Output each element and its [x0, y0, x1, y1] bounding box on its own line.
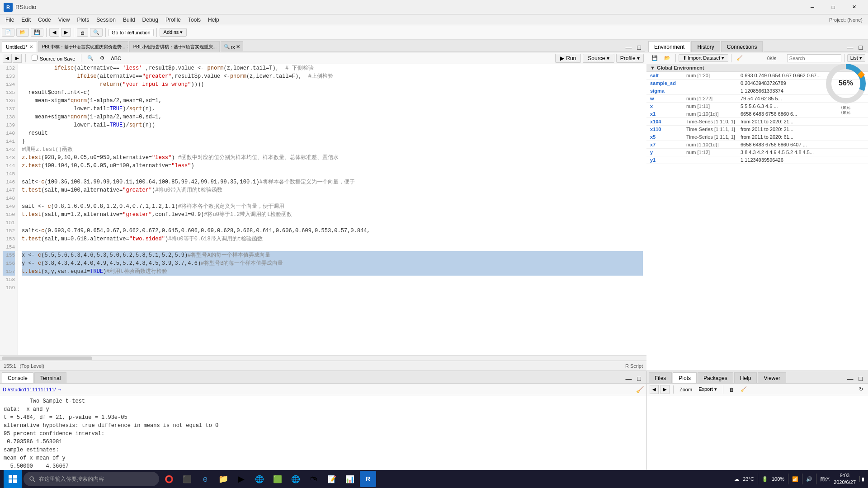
tab-close-icon[interactable]: ✕	[236, 44, 240, 50]
menu-build[interactable]: Build	[119, 16, 139, 24]
tab-terminal[interactable]: Terminal	[34, 372, 66, 383]
taskbar-edge[interactable]: e	[197, 471, 213, 487]
menu-file[interactable]: File	[2, 16, 18, 24]
start-button[interactable]	[4, 470, 22, 488]
source-on-save-checkbox[interactable]	[32, 55, 38, 61]
env-row-y[interactable]: y num [1:12] 3.8 4.3 4.2 4 4.9 4.5 5.2 4…	[646, 149, 868, 156]
tab-pbl2[interactable]: PBL小组报告讲稿：基于R语言实现重庆... ✕	[129, 41, 220, 52]
taskbar-app1[interactable]: 🟩	[269, 471, 286, 487]
var-name[interactable]: x	[650, 103, 686, 109]
minimize-button[interactable]: ─	[802, 0, 823, 14]
tab-untitled1[interactable]: Untitled1* ✕	[2, 41, 37, 52]
taskbar-chrome[interactable]: 🌐	[251, 471, 268, 487]
taskbar-cortana[interactable]: ⭕	[161, 471, 177, 487]
menu-debug[interactable]: Debug	[139, 16, 162, 24]
refresh-button[interactable]: ↻	[857, 385, 865, 393]
toolbar-find[interactable]: 🔍	[90, 28, 103, 37]
new-file-button[interactable]: 📄	[2, 28, 14, 37]
code-lines[interactable]: ifelse(alternative== 'less' ,result$p.va…	[18, 64, 646, 355]
taskbar-r[interactable]: R	[360, 471, 376, 487]
var-name[interactable]: x110	[650, 127, 686, 132]
env-row-y1[interactable]: y1 1.11234939596426	[646, 156, 868, 164]
tab-files[interactable]: Files	[649, 372, 672, 383]
taskbar-media[interactable]: ▶	[233, 471, 250, 487]
toolbar-forward[interactable]: ▶	[61, 28, 71, 37]
menu-profile[interactable]: Profile	[162, 16, 184, 24]
menu-session[interactable]: Session	[93, 16, 119, 24]
menu-help[interactable]: Help	[204, 16, 223, 24]
menu-code[interactable]: Code	[34, 16, 55, 24]
var-name[interactable]: sample_sd	[650, 80, 686, 86]
nav-forward[interactable]: ▶	[13, 54, 22, 63]
var-name[interactable]: salt	[650, 73, 686, 78]
panel-maximize[interactable]: □	[636, 44, 643, 51]
input-method[interactable]: 简体	[820, 476, 830, 483]
export-button[interactable]: Export ▾	[696, 385, 719, 393]
tab-pbl1[interactable]: PBL中稿：基于R语言实现重庆房价走势... ✕	[38, 41, 128, 52]
menu-edit[interactable]: Edit	[18, 16, 34, 24]
env-clear[interactable]: 🧹	[734, 54, 745, 62]
tab-help[interactable]: Help	[734, 372, 757, 383]
h-scrollbar[interactable]	[0, 355, 646, 361]
code-editor[interactable]: 132 133 134 135 136 137 138 139 140 141 …	[0, 64, 646, 355]
env-row-x5[interactable]: x5 Time-Series [1:111, 1] from 2011 to 2…	[646, 133, 868, 141]
run-button[interactable]: ▶ Run	[555, 54, 581, 63]
tab-close-icon[interactable]: ✕	[218, 44, 220, 49]
nav-back[interactable]: ◀	[3, 54, 12, 63]
taskbar-search-box[interactable]: 在这里输入你要搜索的内容	[24, 472, 159, 486]
var-name[interactable]: x1	[650, 111, 686, 117]
source-button[interactable]: Source ▾	[583, 54, 614, 63]
env-row-x7[interactable]: x7 num [1:10(1d)] 6658 6483 6756 6860 64…	[646, 141, 868, 149]
toolbar-back[interactable]: ◀	[49, 28, 59, 37]
var-name[interactable]: x5	[650, 134, 686, 140]
env-row-x110[interactable]: x110 Time-Series [1:111, 1] from 2011 to…	[646, 126, 868, 133]
save-button[interactable]: 💾	[31, 28, 43, 37]
find-button[interactable]: 🔍	[85, 54, 96, 62]
rb-maximize[interactable]: □	[857, 375, 864, 382]
env-load[interactable]: 📂	[662, 54, 673, 62]
tab-connections[interactable]: Connections	[721, 41, 763, 52]
show-desktop[interactable]: ▮	[859, 476, 864, 482]
menu-view[interactable]: View	[55, 16, 74, 24]
var-name[interactable]: y	[650, 150, 686, 155]
taskbar-app4[interactable]: 📊	[342, 471, 358, 487]
h-scrollbar-thumb[interactable]	[2, 357, 92, 360]
console-maximize[interactable]: □	[636, 375, 643, 382]
console-clear[interactable]: 🧹	[636, 386, 644, 393]
import-dataset-button[interactable]: ⬆ Import Dataset ▾	[679, 54, 728, 62]
broom-plot[interactable]: 🧹	[738, 385, 749, 393]
taskbar-app3[interactable]: 📝	[324, 471, 340, 487]
goto-button[interactable]: Go to file/function	[108, 29, 154, 36]
tab-environment[interactable]: Environment	[648, 41, 690, 52]
close-button[interactable]: ✕	[844, 0, 864, 14]
taskbar-clock[interactable]: 9:03 2020/6/27	[834, 472, 856, 486]
taskbar-store[interactable]: 🛍	[306, 471, 322, 487]
env-row-x104[interactable]: x104 Time-Series [1:110, 1] from 2011 to…	[646, 118, 868, 126]
delete-plot[interactable]: 🗑	[727, 386, 736, 393]
profile-label[interactable]: Profile ▾	[616, 54, 644, 63]
source-on-save-button[interactable]: Source on Save	[29, 54, 77, 62]
var-name[interactable]: x7	[650, 142, 686, 147]
menu-tools[interactable]: Tools	[184, 16, 204, 24]
tab-close-icon[interactable]: ✕	[29, 44, 33, 49]
env-search[interactable]	[787, 54, 841, 62]
tab-history[interactable]: History	[691, 41, 720, 52]
rb-minimize[interactable]: —	[845, 375, 855, 382]
zoom-button[interactable]: Zoom	[677, 386, 694, 393]
env-maximize[interactable]: □	[857, 44, 864, 51]
env-save[interactable]: 💾	[649, 54, 660, 62]
console-minimize[interactable]: —	[624, 375, 634, 382]
tab-close-icon[interactable]: ✕	[127, 44, 128, 49]
menu-plots[interactable]: Plots	[74, 16, 93, 24]
taskbar-explorer[interactable]: 📁	[215, 471, 231, 487]
var-name[interactable]: w	[650, 96, 686, 101]
open-button[interactable]: 📂	[16, 28, 29, 37]
tab-plots[interactable]: Plots	[673, 372, 697, 383]
addins-button[interactable]: Addins ▾	[160, 28, 187, 37]
list-view-button[interactable]: List ▾	[847, 54, 865, 62]
taskbar-app2[interactable]: 🌐	[288, 471, 304, 487]
tab-packages[interactable]: Packages	[698, 372, 733, 383]
spellcheck-button[interactable]: ABC	[108, 55, 123, 62]
maximize-button[interactable]: □	[823, 0, 844, 14]
panel-minimize[interactable]: —	[624, 44, 634, 51]
